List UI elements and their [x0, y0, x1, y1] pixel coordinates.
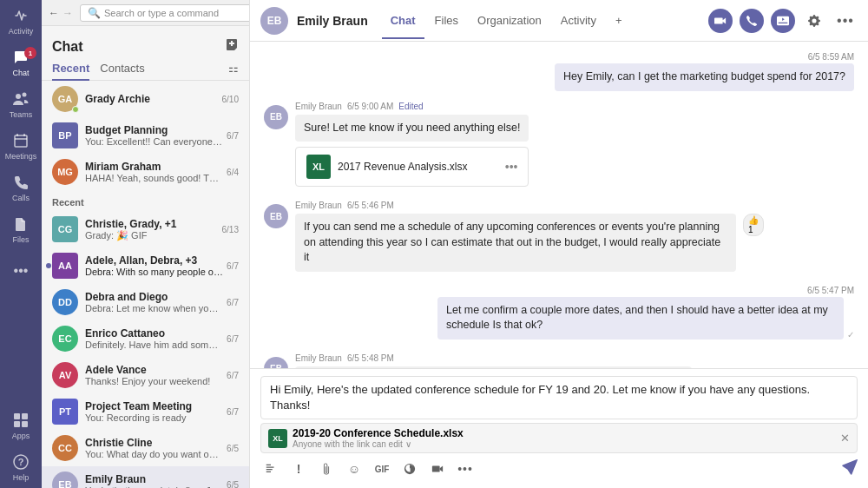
list-item[interactable]: EC Enrico Cattaneo Definitely. Have him …	[42, 320, 249, 357]
message-row-mine: 6/5 5:47 PM Let me confirm a couple more…	[264, 286, 854, 340]
chat-date: 6/5	[227, 480, 239, 489]
list-item[interactable]: CG Christie, Grady, +1 Grady: 🎉 GIF 6/13	[42, 211, 249, 247]
chat-preview: You: What day do you want our weekly syn…	[85, 449, 223, 459]
msg-meta: Emily Braun 6/5 5:46 PM	[295, 201, 764, 210]
chat-list-header: Chat	[42, 26, 249, 62]
svg-rect-9	[432, 466, 440, 472]
contact-name: Budget Planning	[85, 124, 223, 136]
tab-chat[interactable]: Chat	[382, 2, 424, 39]
meetings-icon	[11, 131, 30, 150]
chat-list-tabs: Recent Contacts ⚏	[42, 62, 249, 81]
search-bar[interactable]: 🔍 Search or type a command	[80, 4, 250, 22]
screen-share-button[interactable]	[771, 9, 795, 33]
chat-preview: Grady: 🎉 GIF	[85, 230, 219, 241]
sidebar-item-meetings[interactable]: Meetings	[0, 125, 42, 167]
chat-item-info: Christie Cline You: What day do you want…	[85, 437, 223, 459]
sidebar-item-more[interactable]: •••	[0, 250, 42, 292]
new-chat-icon[interactable]	[225, 38, 239, 55]
tab-contacts[interactable]: Contacts	[100, 62, 144, 80]
sidebar-item-teams[interactable]: Teams	[0, 83, 42, 125]
remove-attachment-button[interactable]: ✕	[840, 432, 850, 445]
format-button[interactable]	[260, 458, 281, 479]
contact-name: Adele, Allan, Debra, +3	[85, 254, 223, 267]
tab-activity[interactable]: Activity	[552, 2, 605, 39]
teams-icon	[11, 89, 30, 109]
chat-preview: Debra: Let me know when you guys would l…	[85, 303, 223, 313]
svg-rect-2	[15, 135, 27, 147]
svg-point-1	[23, 93, 27, 97]
chat-date: 6/7	[227, 131, 239, 141]
sidebar-item-chat[interactable]: Chat 1	[0, 42, 42, 83]
list-item[interactable]: PT Project Team Meeting You: Recording i…	[42, 393, 249, 430]
message-row: EB Emily Braun 6/5 5:48 PM Yeah, that's …	[264, 353, 854, 368]
chat-item-info: Debra and Diego Debra: Let me know when …	[85, 291, 223, 313]
tab-add[interactable]: +	[607, 2, 631, 39]
video-call-button[interactable]	[708, 9, 733, 33]
chat-list-items: GA Grady Archie 6/10 BP Budget Planning …	[42, 81, 249, 488]
msg-sender: Emily Braun	[295, 353, 342, 363]
sidebar-item-calls[interactable]: Calls	[0, 167, 42, 208]
forward-icon[interactable]: →	[62, 7, 73, 19]
settings-button[interactable]	[802, 9, 826, 33]
tab-recent[interactable]: Recent	[52, 62, 89, 80]
more-options-toolbar-button[interactable]: •••	[455, 458, 476, 479]
meet-button[interactable]	[427, 458, 448, 479]
chat-preview: You: Excellent!! Can everyone put their …	[85, 136, 223, 147]
message-input[interactable]: Hi Emily, Here's the updated conference …	[260, 376, 858, 419]
svg-text:?: ?	[18, 457, 24, 467]
sidebar-item-files[interactable]: Files	[0, 208, 42, 250]
svg-rect-3	[14, 413, 20, 419]
tab-files[interactable]: Files	[426, 2, 467, 39]
chat-item-info: Grady Archie	[85, 93, 219, 105]
contact-name: Emily Braun	[85, 473, 223, 485]
chat-date: 6/4	[227, 168, 239, 177]
sidebar-item-help[interactable]: ? Help	[0, 446, 42, 488]
msg-avatar: EB	[264, 204, 288, 228]
chat-preview: HAHA! Yeah, sounds good! Thanks so much!	[85, 173, 223, 183]
important-button[interactable]: !	[288, 458, 309, 479]
file-icon: XL	[306, 155, 331, 179]
chat-item-info: Adele Vance Thanks! Enjoy your weekend!	[85, 364, 223, 386]
chat-preview: You: Recording is ready	[85, 412, 223, 423]
avatar: MG	[52, 159, 78, 185]
list-item[interactable]: CC Christie Cline You: What day do you w…	[42, 430, 249, 466]
avatar: EB	[52, 472, 78, 488]
sidebar-item-apps[interactable]: Apps	[0, 405, 42, 446]
sticker-button[interactable]	[399, 458, 420, 479]
list-item[interactable]: AA Adele, Allan, Debra, +3 Debra: With s…	[42, 247, 249, 284]
msg-meta: 6/5 5:47 PM	[437, 286, 854, 295]
sidebar-item-activity[interactable]: Activity	[0, 0, 42, 42]
msg-bubble: Let me confirm a couple more dates, and …	[437, 297, 844, 340]
tab-organization[interactable]: Organization	[469, 2, 550, 39]
giphy-button[interactable]: GIF	[372, 458, 392, 479]
msg-content: Emily Braun 6/5 5:48 PM Yeah, that's com…	[295, 353, 692, 368]
list-item[interactable]: DD Debra and Diego Debra: Let me know wh…	[42, 284, 249, 320]
list-item[interactable]: BP Budget Planning You: Excellent!! Can …	[42, 117, 249, 154]
send-button[interactable]	[842, 459, 858, 478]
reaction-badge[interactable]: 👍 1	[743, 214, 764, 236]
app-titlebar: ← → 🔍 Search or type a command 👤 ⎯ □ ✕	[42, 0, 249, 26]
file-attachment[interactable]: XL 2017 Revenue Analysis.xlsx •••	[295, 147, 529, 187]
chat-header-tabs: Chat Files Organization Activity +	[382, 2, 631, 39]
list-item-emily[interactable]: EB Emily Braun Yeah, that's completely f…	[42, 466, 249, 488]
msg-with-reaction: If you can send me a schedule of any upc…	[295, 214, 764, 272]
msg-time: 6/5 5:48 PM	[347, 353, 394, 363]
msg-meta: Emily Braun 6/5 5:48 PM	[295, 353, 692, 363]
back-icon[interactable]: ←	[49, 7, 59, 19]
svg-point-0	[16, 94, 21, 99]
file-name: 2017 Revenue Analysis.xlsx	[338, 161, 498, 173]
filter-icon[interactable]: ⚏	[228, 62, 239, 80]
list-item[interactable]: AV Adele Vance Thanks! Enjoy your weeken…	[42, 357, 249, 393]
audio-call-button[interactable]	[740, 9, 764, 33]
message-row: EB Emily Braun 6/5 5:46 PM If you can se…	[264, 201, 854, 272]
contact-name: Grady Archie	[85, 93, 219, 105]
msg-content: Emily Braun 6/5 9:00 AM Edited Sure! Let…	[295, 102, 529, 188]
contact-name-header: Emily Braun	[297, 14, 368, 28]
list-item[interactable]: GA Grady Archie 6/10	[42, 81, 249, 117]
list-item[interactable]: MG Miriam Graham HAHA! Yeah, sounds good…	[42, 154, 249, 190]
emoji-button[interactable]: ☺	[344, 458, 365, 479]
attach-button[interactable]	[316, 458, 337, 479]
more-options-button[interactable]: •••	[833, 9, 858, 33]
file-more-icon[interactable]: •••	[505, 160, 518, 174]
chat-item-info: Enrico Cattaneo Definitely. Have him add…	[85, 327, 223, 350]
